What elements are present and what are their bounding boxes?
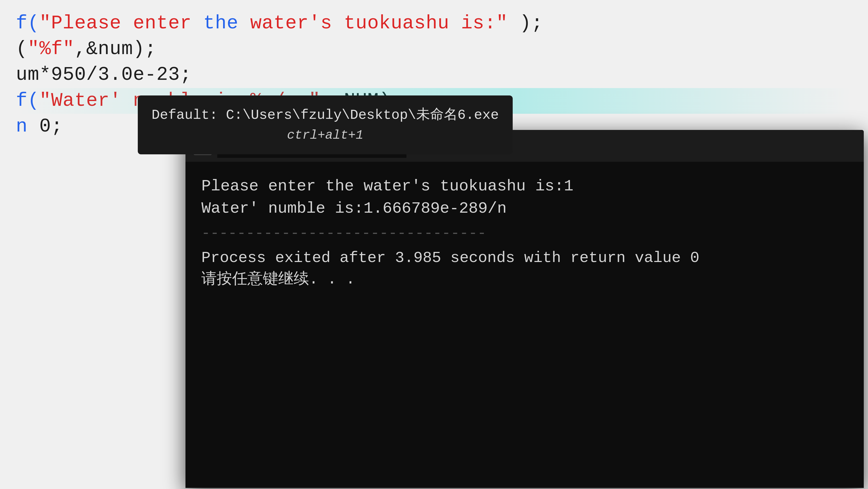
code-token: n [16, 116, 39, 137]
terminal-output-line-2: Water' numble is:1.666789e-289/n [202, 197, 848, 220]
code-token: "Please enter [39, 12, 203, 34]
tooltip-shortcut: ctrl+alt+1 [152, 126, 499, 145]
terminal-separator: -------------------------------- [202, 225, 848, 242]
code-line-2: ("%f",&num); [16, 36, 852, 62]
code-line-1: f("Please enter the water's tuokuashu is… [16, 10, 852, 36]
code-token: ); [508, 12, 543, 34]
code-token: f( [16, 12, 39, 34]
code-line-3: um*950/3.0e-23; [16, 62, 852, 88]
terminal-process-line: Process exited after 3.985 seconds with … [202, 247, 848, 269]
tooltip-main-text: Default: C:\Users\fzuly\Desktop\未命名6.exe [152, 105, 499, 126]
code-token: um*950/3.0e-23; [16, 64, 192, 86]
code-token: water's tuokuashu is:" [239, 12, 508, 34]
terminal-output-line-1: Please enter the water's tuokuashu is:1 [202, 175, 848, 197]
terminal-window: C:\Users\fzuly\Desktop\未命名 × + ∨ Please … [185, 130, 864, 488]
run-tooltip: Default: C:\Users\fzuly\Desktop\未命名6.exe… [138, 95, 513, 154]
code-token: ( [16, 38, 28, 60]
code-token: 0; [39, 116, 63, 137]
code-token: ,&num); [74, 38, 156, 60]
code-token: "%f" [28, 38, 74, 60]
code-token-the: the [203, 12, 239, 34]
terminal-body: Please enter the water's tuokuashu is:1 … [185, 162, 864, 304]
terminal-continue-prompt: 请按任意键继续. . . [202, 269, 848, 290]
code-token: f( [16, 90, 39, 112]
